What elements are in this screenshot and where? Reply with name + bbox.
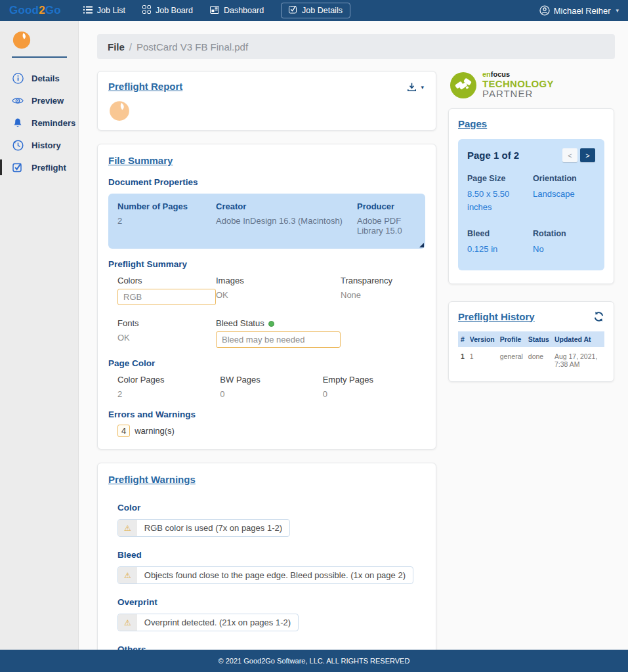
history-table: # Version Profile Status Updated At 1 — [458, 331, 604, 368]
preflight-check-icon — [12, 161, 24, 173]
doc-prop-col: Creator Adobe InDesign 16.3 (Macintosh) — [216, 201, 357, 236]
summary-field: Fonts OK — [117, 318, 216, 348]
field-label: Fonts — [117, 318, 216, 328]
nav-job-board[interactable]: Job Board — [142, 5, 193, 16]
refresh-icon[interactable] — [593, 311, 604, 322]
warning-group-color: Color ⚠ RGB color is used (7x on pages 1… — [108, 503, 425, 537]
empty-pages-value: 0 — [323, 389, 425, 399]
chevron-down-icon: ▾ — [616, 7, 619, 14]
col-header: Updated At — [552, 331, 604, 347]
errors-warnings-heading: Errors and Warnings — [108, 410, 425, 419]
summary-field: Bleed Status Bleed may be needed — [216, 318, 341, 348]
sidebar-item-label: Preview — [31, 96, 64, 106]
list-icon — [83, 6, 93, 16]
page-size-value: 8.50 x 5.50 inches — [467, 188, 533, 213]
field-label: Colors — [117, 276, 216, 285]
page-field: Bleed 0.125 in — [467, 229, 533, 256]
page-color-field: BW Pages 0 — [220, 375, 322, 399]
good2go-sidebar-logo — [12, 30, 31, 50]
warning-message: Objects found close to the page edge. Bl… — [137, 567, 413, 583]
enfocus-partner-badge: enfocus TECHNOLOGY PARTNER — [450, 71, 614, 99]
preflight-summary-heading: Preflight Summary — [108, 259, 425, 269]
sidebar-item-reminders[interactable]: Reminders — [12, 117, 78, 129]
preflight-warnings-link[interactable]: Preflight Warnings — [108, 474, 196, 485]
warnings-count-badge: 4 — [117, 425, 130, 437]
field-label: Bleed Status — [216, 318, 341, 328]
file-summary-card: File Summary Document Properties Number … — [97, 144, 436, 450]
page-color-field: Color Pages 2 — [117, 375, 220, 399]
warning-icon: ⚠ — [118, 520, 137, 536]
dashboard-icon — [210, 6, 219, 16]
cell-profile: general — [497, 347, 526, 368]
warning-group-label: Others — [117, 644, 425, 650]
nav-job-list[interactable]: Job List — [83, 6, 125, 16]
breadcrumb-section: File — [108, 41, 125, 52]
preflight-report-link[interactable]: Preflight Report — [108, 81, 182, 92]
field-label: Rotation — [533, 229, 598, 238]
brand-logo[interactable]: Good2Go — [9, 4, 61, 17]
breadcrumb-separator: / — [129, 41, 132, 52]
field-label: Empty Pages — [323, 375, 425, 385]
preflight-history-card: Preflight History # Version Profile — [448, 301, 614, 382]
warning-group-label: Bleed — [117, 550, 425, 560]
warning-message: RGB color is used (7x on pages 1-2) — [137, 520, 289, 536]
sidebar-item-history[interactable]: History — [12, 139, 78, 151]
pages-link[interactable]: Pages — [458, 118, 487, 129]
nav-dashboard-label: Dashboard — [224, 6, 264, 15]
nav-job-details[interactable]: Job Details — [281, 3, 350, 18]
sidebar-item-label: Details — [31, 74, 60, 83]
warnings-count-row: 4 warning(s) — [108, 425, 425, 437]
doc-prop-label: Producer — [357, 201, 416, 211]
scroll-corner-indicator[interactable] — [419, 243, 424, 247]
warning-group-bleed: Bleed ⚠ Objects found close to the page … — [108, 550, 425, 584]
table-row[interactable]: 1 1 general done Aug 17, 2021, 7:38 AM — [458, 347, 604, 368]
doc-prop-value: Adobe InDesign 16.3 (Macintosh) — [216, 216, 357, 226]
warning-group-others: Others ⚠ Line weight is less than 0.14 p… — [108, 644, 425, 650]
preflight-warnings-card: Preflight Warnings Color ⚠ RGB color is … — [97, 463, 436, 650]
page-field: Orientation Landscape — [533, 174, 598, 213]
summary-field: Transparency None — [341, 276, 425, 305]
field-label: Page Size — [467, 174, 533, 183]
nav-dashboard[interactable]: Dashboard — [210, 6, 264, 16]
warning-item: ⚠ Overprint detected. (21x on pages 1-2) — [117, 614, 299, 631]
warning-icon: ⚠ — [118, 614, 137, 631]
doc-prop-col: Producer Adobe PDF Library 15.0 — [357, 201, 416, 236]
sidebar-item-details[interactable]: Details — [12, 72, 78, 84]
warning-group-label: Overprint — [117, 597, 425, 607]
download-button[interactable]: ▾ — [406, 81, 425, 93]
colors-value: RGB — [117, 289, 216, 305]
page-color-field: Empty Pages 0 — [323, 375, 425, 399]
preflight-history-link[interactable]: Preflight History — [458, 311, 535, 322]
field-label: Orientation — [533, 174, 598, 183]
enfocus-handshake-icon — [450, 72, 477, 99]
page-indicator: Page 1 of 2 — [467, 150, 519, 161]
color-pages-value: 2 — [117, 389, 220, 399]
user-menu[interactable]: Michael Reiher ▾ — [539, 5, 619, 16]
bleed-value: 0.125 in — [467, 243, 533, 256]
doc-prop-value: 2 — [117, 216, 216, 226]
document-properties-table: Number of Pages 2 Creator Adobe InDesign… — [108, 194, 425, 249]
warning-item: ⚠ Objects found close to the page edge. … — [117, 566, 413, 584]
cell-version: 1 — [467, 347, 497, 368]
field-label: Transparency — [341, 276, 425, 285]
bw-pages-value: 0 — [220, 389, 322, 399]
app-window: Good2Go Job List Job Board Dashboard — [0, 0, 628, 672]
sidebar-item-label: Reminders — [31, 118, 75, 128]
partner-line-technology: TECHNOLOGY — [482, 79, 554, 89]
brand-digit: 2 — [39, 4, 45, 16]
col-header: Version — [467, 331, 497, 347]
next-page-button[interactable]: > — [580, 148, 595, 162]
page-info-panel: Page 1 of 2 < > Page Size 8.50 x 5.50 in… — [458, 139, 604, 270]
page-field: Page Size 8.50 x 5.50 inches — [467, 174, 533, 213]
status-dot-green — [268, 321, 274, 327]
file-summary-link[interactable]: File Summary — [108, 155, 173, 166]
sidebar-item-preview[interactable]: Preview — [12, 94, 78, 106]
page-color-heading: Page Color — [108, 358, 425, 368]
page-color-grid: Color Pages 2 BW Pages 0 Empty Pages 0 — [108, 375, 425, 399]
brand-part1: Good — [9, 4, 39, 16]
page-field: Rotation No — [533, 229, 598, 256]
prev-page-button[interactable]: < — [562, 148, 577, 162]
user-icon — [539, 5, 550, 16]
doc-prop-label: Creator — [216, 201, 357, 211]
sidebar-item-preflight[interactable]: Preflight — [12, 161, 78, 173]
